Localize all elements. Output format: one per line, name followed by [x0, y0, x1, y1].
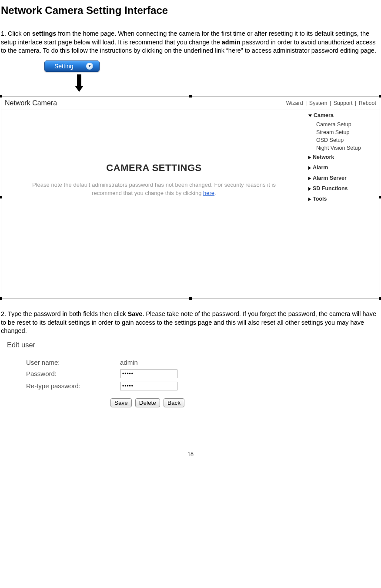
link-system[interactable]: System — [308, 100, 328, 106]
save-word: Save — [128, 310, 143, 317]
password-label: Password: — [7, 370, 120, 377]
sidebar-sub-stream-setup[interactable]: Stream Setup — [307, 128, 380, 136]
page-number: 18 — [1, 451, 380, 458]
sidebar-item-label: SD Functions — [313, 185, 348, 192]
down-arrow-icon — [75, 74, 380, 92]
selection-handle — [189, 297, 192, 300]
selection-handle — [379, 297, 381, 300]
selection-handle — [189, 95, 192, 97]
edit-user-heading: Edit user — [7, 341, 242, 349]
retype-password-row: Re-type password: — [7, 382, 242, 390]
save-button[interactable]: Save — [110, 398, 132, 407]
page-title: Network Camera Setting Interface — [1, 4, 380, 17]
camera-settings-note: Please note the default administrators p… — [32, 181, 276, 198]
selection-handle — [0, 196, 2, 198]
link-support[interactable]: Support — [333, 100, 354, 106]
chevron-right-icon — [308, 177, 311, 180]
sidebar-item-label: Alarm Server — [313, 175, 347, 181]
camera-settings-screenshot: Network Camera Wizard | System | Support… — [1, 96, 380, 299]
chevron-right-icon — [308, 166, 311, 170]
chevron-down-icon — [86, 63, 93, 70]
chevron-right-icon — [308, 198, 311, 201]
chevron-down-icon — [308, 114, 312, 117]
username-value: admin — [120, 359, 138, 366]
password-field[interactable] — [120, 370, 177, 378]
sidebar-sub-night-vision-setup[interactable]: Night Vision Setup — [307, 144, 380, 152]
text: Please note the default administrators p… — [32, 181, 276, 197]
sidebar-item-label: Alarm — [313, 165, 328, 171]
setting-button-illustration: Setting — [44, 60, 380, 92]
sidebar-item-label: Camera — [314, 112, 334, 118]
sidebar-item-label: Network — [313, 154, 334, 160]
chevron-right-icon — [308, 156, 311, 159]
sidebar-item-tools[interactable]: Tools — [307, 194, 380, 204]
selection-handle — [0, 95, 2, 97]
sidebar: Camera Camera Setup Stream Setup OSD Set… — [307, 110, 380, 298]
panel-main: CAMERA SETTINGS Please note the default … — [1, 110, 307, 298]
sidebar-item-label: Tools — [313, 196, 327, 202]
panel-topbar: Network Camera Wizard | System | Support… — [1, 97, 380, 110]
setting-button-label: Setting — [54, 63, 74, 70]
sidebar-item-alarm[interactable]: Alarm — [307, 162, 380, 173]
camera-settings-heading: CAMERA SETTINGS — [12, 162, 296, 174]
here-link[interactable]: here — [203, 190, 214, 196]
form-button-row: Save Delete Back — [110, 398, 242, 407]
text: 2. Type the password in both fields then… — [1, 310, 128, 317]
back-button[interactable]: Back — [164, 398, 184, 407]
selection-handle — [379, 95, 381, 97]
settings-word: settings — [32, 30, 57, 37]
username-label: User name: — [7, 359, 120, 366]
retype-password-label: Re-type password: — [7, 382, 120, 390]
text: . — [214, 190, 216, 196]
username-row: User name: admin — [7, 359, 242, 366]
sidebar-item-network[interactable]: Network — [307, 152, 380, 162]
password-row: Password: — [7, 370, 242, 378]
link-wizard[interactable]: Wizard — [285, 100, 304, 106]
sidebar-sub-osd-setup[interactable]: OSD Setup — [307, 136, 380, 144]
sidebar-sub-camera-setup[interactable]: Camera Setup — [307, 121, 380, 128]
edit-user-form: Edit user User name: admin Password: Re-… — [7, 341, 242, 407]
setting-button[interactable]: Setting — [44, 60, 100, 72]
retype-password-field[interactable] — [120, 382, 177, 390]
paragraph-1: 1. Click on settings from the home page.… — [1, 30, 380, 55]
delete-button[interactable]: Delete — [135, 398, 160, 407]
sidebar-item-sd-functions[interactable]: SD Functions — [307, 183, 380, 194]
text: 1. Click on — [1, 30, 32, 37]
top-links: Wizard | System | Support | Reboot — [285, 100, 377, 106]
selection-handle — [0, 297, 2, 300]
sidebar-item-camera[interactable]: Camera — [307, 110, 380, 121]
link-reboot[interactable]: Reboot — [358, 100, 377, 106]
chevron-right-icon — [308, 187, 311, 191]
brand-label: Network Camera — [5, 99, 57, 107]
admin-word: admin — [222, 39, 241, 46]
paragraph-2: 2. Type the password in both fields then… — [1, 310, 380, 336]
sidebar-item-alarm-server[interactable]: Alarm Server — [307, 173, 380, 183]
selection-handle — [379, 196, 381, 198]
